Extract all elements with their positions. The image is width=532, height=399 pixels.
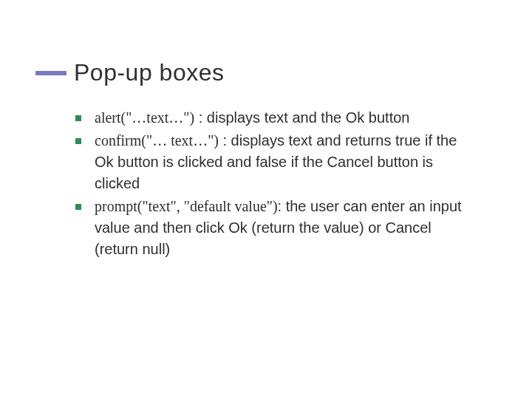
slide: Pop-up boxes alert("…text…") : displays … [0, 0, 532, 399]
title-area: Pop-up boxes [74, 59, 488, 86]
bullet-code: alert("…text…") [95, 109, 194, 126]
bullet-code: confirm("… text…") [95, 132, 219, 149]
title-accent-bar [35, 71, 66, 75]
bullet-item: confirm("… text…") : displays text and r… [74, 130, 473, 194]
bullet-item: prompt("text", "default value"): the use… [74, 196, 473, 260]
bullet-item: alert("…text…") : displays text and the … [74, 107, 473, 129]
bullet-text: : displays text and the Ok button [194, 109, 409, 126]
bullet-code: prompt("text", "default value") [95, 198, 278, 214]
bullet-square-icon [75, 138, 81, 144]
bullet-square-icon [75, 115, 81, 121]
bullet-list: alert("…text…") : displays text and the … [74, 107, 473, 260]
slide-title: Pop-up boxes [74, 59, 488, 86]
bullet-square-icon [75, 204, 81, 210]
